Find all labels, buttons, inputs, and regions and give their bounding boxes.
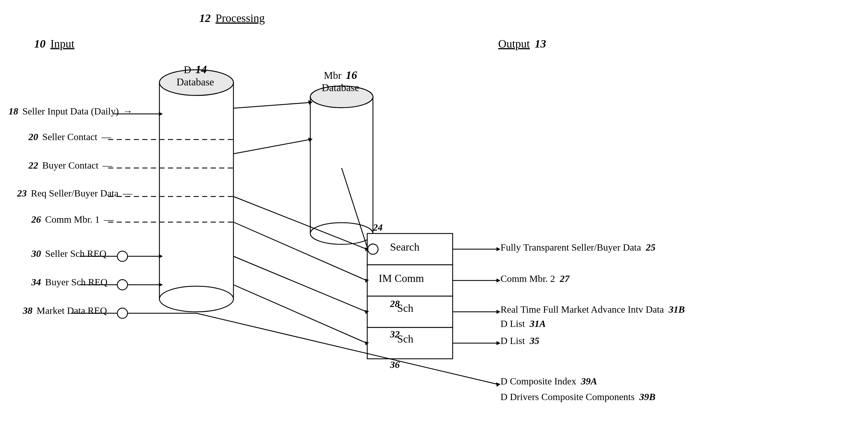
svg-point-22 (117, 280, 128, 290)
seller-input-label: 18 Seller Input Data (Daily) → (8, 106, 133, 117)
svg-rect-4 (310, 97, 373, 234)
svg-marker-13 (159, 112, 163, 116)
output-header: Output 13 (498, 37, 546, 51)
svg-point-45 (368, 244, 378, 254)
svg-line-31 (234, 140, 310, 154)
processing-header: 12 Processing (199, 11, 265, 25)
svg-line-29 (234, 102, 310, 108)
market-data-req-label: 38 Market Data REQ (23, 305, 107, 316)
svg-point-46 (368, 244, 378, 254)
svg-marker-25 (159, 283, 163, 287)
search-box-label: Search (390, 241, 419, 253)
req-seller-buyer-label: 23 Req Seller/Buyer Data — (17, 188, 132, 199)
diagram-svg (0, 0, 868, 424)
svg-marker-40 (365, 279, 369, 283)
svg-point-6 (310, 223, 373, 244)
seller-contact-label: 20 Seller Contact — (28, 131, 111, 142)
svg-marker-53 (496, 310, 500, 314)
seller-sch-req-label: 30 Seller Sch REQ (31, 248, 106, 259)
svg-marker-57 (496, 383, 500, 387)
svg-line-56 (196, 313, 498, 385)
svg-marker-51 (496, 278, 500, 282)
buyer-sch-req-label: 34 Buyer Sch REQ (31, 277, 107, 287)
output-composite-label: D Composite Index 39A (500, 376, 597, 387)
svg-line-47 (342, 168, 368, 249)
search-num-label: 24 (373, 222, 383, 233)
output-comm-mbr2-label: Comm Mbr. 2 27 (500, 273, 569, 284)
svg-marker-21 (159, 254, 163, 258)
output-drivers-label: D Drivers Composite Components 39B (500, 392, 655, 402)
svg-point-18 (117, 251, 128, 262)
svg-line-43 (234, 285, 367, 343)
svg-line-37 (234, 196, 367, 249)
svg-marker-49 (496, 247, 500, 251)
d-database-header: D 14 Database (177, 63, 214, 88)
sch-box1-label: Sch (397, 302, 413, 314)
svg-line-41 (234, 256, 367, 312)
mbr-database-header: Mbr 16 Database (322, 68, 359, 94)
diagram-container: 12 Processing 10 Input Output 13 D 14 Da… (0, 0, 868, 424)
output-d-list-35-label: D List 35 (500, 335, 539, 346)
svg-marker-32 (308, 138, 313, 142)
output-d-list-31a-label: D List 31A (500, 319, 546, 329)
svg-point-2 (159, 286, 234, 312)
svg-line-39 (234, 222, 367, 280)
svg-point-26 (117, 308, 128, 319)
im-comm-box-label: IM Comm (379, 272, 424, 284)
comm-mbr1-label: 26 Comm Mbr. 1 — (31, 214, 114, 225)
input-header: 10 Input (34, 37, 74, 51)
svg-marker-30 (308, 100, 313, 105)
output-real-time-label: Real Time Full Market Advance Intv Data … (500, 304, 685, 315)
output-transparent-label: Fully Transparent Seller/Buyer Data 25 (500, 242, 655, 253)
sch-num2-label: 36 (390, 359, 400, 370)
svg-marker-42 (365, 310, 369, 314)
svg-marker-55 (496, 341, 500, 345)
svg-marker-44 (365, 341, 369, 345)
svg-marker-38 (365, 247, 369, 251)
buyer-contact-label: 22 Buyer Contact — (28, 160, 112, 171)
sch-box2-label: Sch (397, 333, 413, 345)
svg-rect-0 (159, 83, 234, 299)
